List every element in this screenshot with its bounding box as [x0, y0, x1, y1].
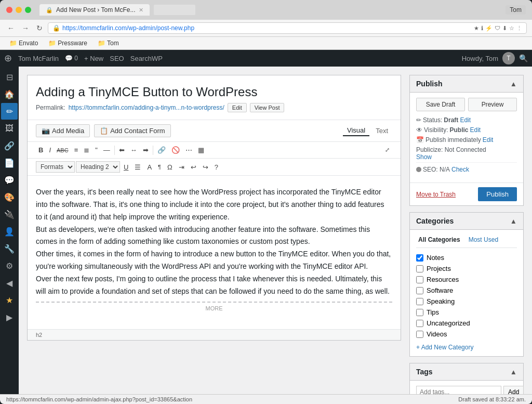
text-tab[interactable]: Text	[371, 125, 392, 136]
seo-check-link[interactable]: Check	[451, 166, 469, 173]
unordered-list-button[interactable]: ≡	[72, 145, 81, 155]
videos-checkbox[interactable]	[416, 331, 423, 338]
heading-select[interactable]: Heading 2	[76, 161, 120, 173]
bookmark-pressware[interactable]: 📁 Pressware	[45, 38, 90, 48]
notes-label: Notes	[427, 254, 444, 262]
categories-panel-toggle[interactable]: ▲	[510, 217, 517, 225]
align-left-button[interactable]: ⬅	[116, 145, 127, 155]
sidebar-extra[interactable]: ▶	[1, 309, 18, 325]
bookmark-tom[interactable]: 📁 Tom	[95, 38, 122, 48]
search-icon[interactable]: 🔍	[519, 54, 528, 62]
sidebar-home[interactable]: 🏠	[1, 86, 18, 102]
projects-checkbox[interactable]	[416, 265, 423, 272]
tab-close-icon[interactable]: ✕	[139, 7, 143, 14]
comments-icon[interactable]: 💬 0	[65, 55, 78, 62]
sidebar-collapse[interactable]: ◀	[1, 275, 18, 291]
blockquote-button[interactable]: "	[92, 145, 100, 155]
bold-button[interactable]: B	[36, 145, 46, 155]
horizontal-rule-button[interactable]: —	[101, 145, 113, 155]
sidebar-appearance[interactable]: 🎨	[1, 189, 18, 205]
help-button[interactable]: ?	[212, 162, 221, 173]
sidebar-starred[interactable]: ★	[1, 292, 18, 308]
visibility-edit-link[interactable]: Edit	[470, 126, 481, 134]
howdy-label: Howdy, Tom	[462, 55, 498, 62]
align-center-button[interactable]: ↔	[128, 145, 140, 155]
redo-button[interactable]: ↪	[200, 162, 211, 173]
sidebar-dashboard[interactable]: ⊟	[1, 69, 18, 85]
software-checkbox[interactable]	[416, 287, 423, 294]
url-text: https://tommcfarlin.com/wp-admin/post-ne…	[62, 24, 194, 32]
searchwp-menu-item[interactable]: SearchWP	[130, 55, 163, 62]
permalink-url[interactable]: https://tommcfarlin.com/adding-a-tinym..…	[69, 104, 224, 111]
visual-tab[interactable]: Visual	[343, 125, 369, 136]
tips-checkbox[interactable]	[416, 309, 423, 316]
browser-toolbar: ← → ↻ 🔒 https://tommcfarlin.com/wp-admin…	[0, 20, 532, 37]
sidebar-media[interactable]: 🖼	[1, 120, 18, 137]
edit-permalink-button[interactable]: Edit	[228, 103, 247, 112]
add-media-button[interactable]: 📷 Add Media	[36, 124, 90, 137]
sidebar-links[interactable]: 🔗	[1, 137, 18, 154]
site-name-label[interactable]: Tom McFarlin	[18, 55, 59, 62]
text-color-button[interactable]: A	[144, 162, 154, 173]
close-button[interactable]	[6, 7, 12, 13]
seo-menu-item[interactable]: SEO	[110, 55, 124, 62]
minimize-button[interactable]	[16, 7, 22, 13]
justify-button[interactable]: ☰	[132, 162, 143, 173]
resources-checkbox[interactable]	[416, 276, 423, 283]
tags-panel-toggle[interactable]: ▲	[510, 368, 517, 376]
toolbar-toggle-button[interactable]: ▦	[195, 145, 207, 155]
view-post-button[interactable]: View Post	[250, 103, 285, 112]
back-button[interactable]: ←	[5, 23, 17, 33]
maximize-button[interactable]	[25, 7, 31, 13]
sidebar-users[interactable]: 👤	[1, 223, 18, 240]
fullscreen-button[interactable]: ⤢	[382, 145, 392, 155]
strikethrough-button[interactable]: ABC	[54, 146, 71, 155]
sidebar-posts[interactable]: ✏	[1, 103, 18, 120]
uncategorized-checkbox[interactable]	[416, 320, 423, 327]
most-used-tab[interactable]: Most Used	[467, 235, 500, 244]
post-title[interactable]: Adding a TinyMCE Button to WordPress	[36, 84, 392, 100]
move-to-trash-button[interactable]: Move to Trash	[416, 191, 456, 198]
editor-content[interactable]: Over the years, it's been really neat to…	[28, 176, 401, 329]
sidebar-plugins[interactable]: 🔌	[1, 206, 18, 223]
formats-select[interactable]: Formats	[36, 161, 75, 173]
underline-button[interactable]: U	[121, 162, 131, 173]
notes-checkbox[interactable]	[416, 254, 423, 262]
insert-more-button[interactable]: ⋯	[183, 145, 195, 155]
more-label: MORE	[202, 305, 227, 311]
sidebar-settings[interactable]: ⚙	[1, 257, 18, 274]
insert-link-button[interactable]: 🔗	[155, 145, 168, 155]
tab-favicon: 🔒	[46, 7, 53, 14]
browser-tab[interactable]: 🔒 Add New Post › Tom McFe... ✕	[39, 4, 150, 16]
tags-input[interactable]	[416, 386, 501, 394]
save-draft-button[interactable]: Save Draft	[416, 98, 465, 111]
forward-button[interactable]: →	[20, 23, 31, 33]
publicize-show-link[interactable]: Show	[416, 153, 432, 161]
publish-panel-toggle[interactable]: ▲	[510, 80, 517, 88]
speaking-checkbox[interactable]	[416, 298, 423, 305]
add-contact-form-button[interactable]: 📋 Add Contact Form	[94, 124, 171, 137]
sidebar-tools[interactable]: 🔧	[1, 240, 18, 257]
ordered-list-button[interactable]: ≣	[81, 145, 92, 155]
align-right-button[interactable]: ➡	[140, 145, 151, 155]
publish-time-edit-link[interactable]: Edit	[483, 136, 494, 144]
bookmark-envato[interactable]: 📁 Envato	[6, 38, 41, 48]
status-edit-link[interactable]: Edit	[460, 116, 471, 124]
insert-special-char-button[interactable]: Ω	[165, 162, 175, 173]
remove-link-button[interactable]: 🚫	[169, 145, 182, 155]
sidebar-comments[interactable]: 💬	[1, 172, 18, 188]
sidebar-pages[interactable]: 📄	[1, 154, 18, 171]
refresh-button[interactable]: ↻	[34, 23, 45, 33]
undo-button[interactable]: ↩	[188, 162, 199, 173]
address-bar[interactable]: 🔒 https://tommcfarlin.com/wp-admin/post-…	[48, 22, 527, 34]
preview-button[interactable]: Preview	[468, 98, 517, 111]
toolbar-separator-1	[114, 146, 115, 155]
italic-button[interactable]: I	[46, 145, 54, 155]
all-categories-tab[interactable]: All Categories	[416, 235, 462, 244]
new-content-button[interactable]: + New	[84, 55, 103, 62]
add-tag-button[interactable]: Add	[503, 386, 524, 394]
add-new-category-link[interactable]: + Add New Category	[416, 344, 517, 351]
publish-button[interactable]: Publish	[478, 187, 517, 201]
indent-button[interactable]: ⇥	[176, 162, 187, 173]
paragraph-button[interactable]: ¶	[155, 162, 164, 172]
